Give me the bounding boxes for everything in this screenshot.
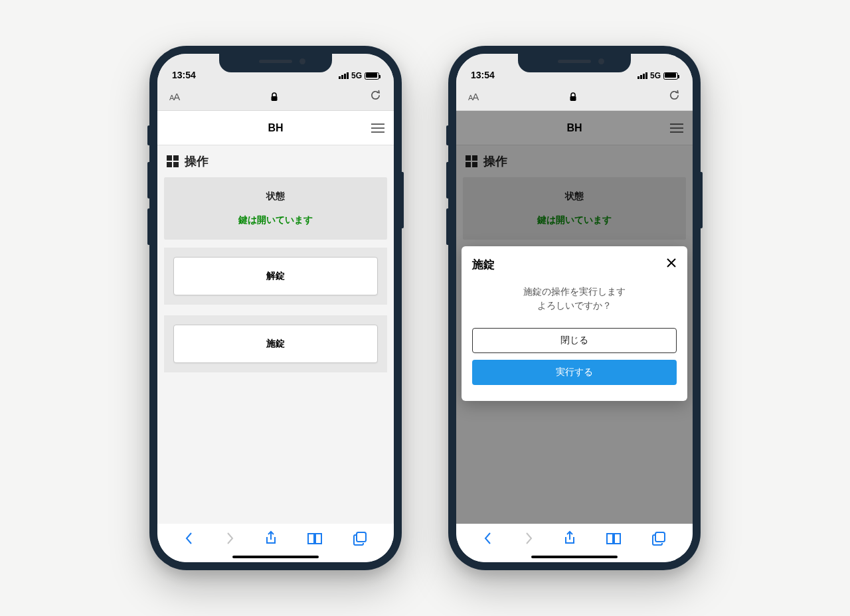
browser-bottom-bar [157, 524, 394, 562]
unlock-button[interactable]: 解錠 [173, 257, 378, 295]
lock-icon [179, 92, 369, 102]
tabs-icon[interactable] [353, 531, 367, 548]
status-card: 状態 鍵は開いています [164, 177, 387, 240]
content-area: 操作 状態 鍵は開いています 解錠 施錠 [157, 145, 394, 524]
bookmarks-icon[interactable] [606, 532, 622, 548]
network-label: 5G [650, 71, 661, 80]
modal-close-button[interactable]: 閉じる [472, 328, 677, 353]
forward-icon [523, 532, 534, 548]
svg-rect-2 [570, 96, 576, 101]
signal-icon [339, 72, 349, 79]
svg-rect-3 [655, 532, 665, 542]
confirm-modal: 施錠 施錠の操作を実行します よろしいですか？ 閉じる 実行する [462, 246, 687, 401]
phone-right: 13:54 5G AA BH 操作 [448, 46, 701, 570]
battery-icon [365, 72, 379, 80]
share-icon[interactable] [563, 530, 576, 549]
reload-icon[interactable] [369, 89, 382, 104]
hamburger-icon[interactable] [371, 123, 384, 133]
close-icon[interactable] [666, 258, 677, 271]
status-value: 鍵は開いています [171, 214, 381, 226]
notch [219, 54, 332, 72]
status-time: 13:54 [172, 70, 196, 80]
phone-left: 13:54 5G AA BH 操作 [149, 46, 402, 570]
modal-message: 施錠の操作を実行します よろしいですか？ [472, 285, 677, 313]
share-icon[interactable] [264, 530, 278, 549]
lock-icon [478, 92, 668, 102]
forward-icon [224, 532, 235, 548]
text-size-button[interactable]: AA [169, 91, 179, 102]
text-size-button[interactable]: AA [468, 91, 478, 102]
home-indicator[interactable] [531, 556, 618, 558]
svg-rect-0 [272, 96, 278, 101]
battery-icon [663, 72, 678, 80]
bookmarks-icon[interactable] [307, 532, 323, 548]
notch [518, 54, 631, 72]
back-icon[interactable] [184, 532, 195, 548]
tabs-icon[interactable] [651, 531, 666, 548]
modal-title: 施錠 [472, 257, 495, 272]
signal-icon [638, 72, 647, 79]
network-label: 5G [351, 71, 362, 80]
app-title: BH [268, 122, 283, 134]
home-indicator[interactable] [232, 556, 319, 558]
section-header: 操作 [157, 145, 394, 177]
svg-rect-1 [357, 532, 366, 542]
section-title: 操作 [185, 153, 209, 169]
browser-url-bar[interactable]: AA [157, 83, 394, 111]
browser-url-bar[interactable]: AA [456, 83, 693, 111]
status-time: 13:54 [471, 70, 495, 80]
modal-confirm-button[interactable]: 実行する [472, 360, 677, 385]
reload-icon[interactable] [668, 89, 681, 104]
status-label: 状態 [171, 191, 381, 202]
app-header: BH [157, 111, 394, 145]
lock-button[interactable]: 施錠 [173, 325, 378, 363]
browser-bottom-bar [456, 524, 693, 562]
grid-icon [167, 155, 179, 167]
back-icon[interactable] [483, 532, 493, 548]
